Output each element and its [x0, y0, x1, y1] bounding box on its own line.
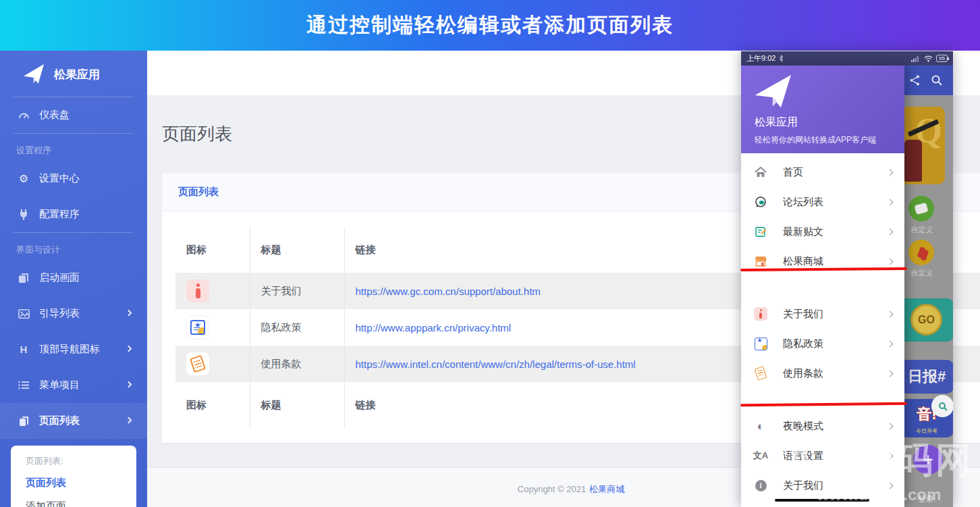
- sidebar-item-dashboard[interactable]: 仪表盘: [0, 97, 147, 133]
- gears-icon: ⚙: [16, 174, 31, 184]
- sidebar-item-guide-list[interactable]: 引导列表: [0, 296, 147, 331]
- drawer-item-language[interactable]: 文A 语言设置: [741, 441, 904, 471]
- drawer-item-about-us[interactable]: 关于我们: [741, 299, 904, 329]
- paper-plane-icon: [755, 75, 904, 109]
- col-footer-title: 标题: [250, 382, 344, 428]
- drawer-item-home[interactable]: 首页: [741, 157, 904, 187]
- about-us-icon: [186, 279, 209, 302]
- battery-icon: 95: [936, 55, 948, 62]
- page-root: 通过控制端轻松编辑或者添加页面列表 松果应用 仪表盘 设置程序 ⚙ 设置中心 配: [0, 0, 980, 507]
- sidebar-logo[interactable]: 松果应用: [0, 51, 147, 97]
- drawer-item-privacy-policy[interactable]: 隐私政策: [741, 329, 904, 358]
- sidebar-item-label: 设置中心: [39, 172, 80, 185]
- sidebar-section-ui-design: 界面与设计: [0, 233, 147, 260]
- phone-app-background: Q 自定义 自定义 GO 日报# 音! 今日开考 + 登录: [904, 65, 953, 507]
- sidebar-submenu: 页面列表: 页面列表 添加页面: [11, 446, 136, 507]
- footer-link[interactable]: 松果商城: [589, 483, 624, 496]
- col-header-title: 标题: [250, 227, 344, 273]
- status-time: 上午9:02: [746, 53, 775, 63]
- drawer-item-about-bottom[interactable]: i 关于我们: [741, 471, 904, 500]
- page-banner: 通过控制端轻松编辑或者添加页面列表: [0, 0, 980, 51]
- phone-status-bar: 上午9:02 95: [741, 51, 953, 65]
- icon-cell: ★: [175, 309, 250, 346]
- sidebar-item-label: 页面列表: [39, 415, 80, 427]
- sidebar-item-menu-items[interactable]: 菜单项目: [0, 367, 147, 403]
- chevron-right-icon: [887, 228, 894, 235]
- chevron-right-icon: [887, 258, 894, 265]
- copyright-text: Copyright © 2021: [518, 484, 586, 494]
- icon-cell: [175, 273, 250, 309]
- sidebar-item-configure[interactable]: 配置程序: [0, 196, 147, 232]
- shop-icon: [751, 256, 771, 267]
- drawer-header: 松果应用 轻松将你的网站转换成APP客户端: [741, 65, 904, 153]
- custom-label: 自定义: [904, 225, 940, 235]
- exam-note: 今日开考: [904, 427, 953, 435]
- drawer-item-pinecone-mall[interactable]: 松果商城: [741, 246, 904, 276]
- drawer-item-forum-list[interactable]: 论坛列表: [741, 187, 904, 217]
- forum-icon: [751, 196, 771, 208]
- submenu-item-add-page[interactable]: 添加页面: [26, 500, 136, 507]
- post-edit-icon: [751, 226, 771, 238]
- chevron-right-icon: [887, 423, 894, 429]
- drawer-section-gap: [741, 388, 904, 411]
- guide-list-icon: [16, 309, 31, 319]
- title-cell: 使用条款: [250, 346, 344, 382]
- chevron-right-icon: [887, 311, 894, 317]
- home-indicator: [775, 499, 869, 502]
- page-link[interactable]: https://www.intel.cn/content/www/cn/zh/l…: [356, 358, 636, 370]
- drawer-tagline: 轻松将你的网站转换成APP客户端: [755, 134, 904, 146]
- share-icon[interactable]: [910, 75, 920, 86]
- sidebar-item-splash-screen[interactable]: 启动画面: [0, 260, 147, 296]
- add-fab-button[interactable]: +: [913, 445, 943, 475]
- sidebar-item-label: 菜单项目: [39, 379, 80, 392]
- home-icon: [751, 167, 771, 178]
- submenu-item-page-list[interactable]: 页面列表: [26, 477, 136, 489]
- icon-cell: [175, 346, 250, 382]
- heading-icon: H: [16, 344, 31, 355]
- sidebar-item-top-nav-icons[interactable]: H 顶部导航图标: [0, 331, 147, 367]
- submenu-label: 页面列表:: [26, 455, 136, 467]
- chevron-right-icon: [126, 310, 132, 317]
- sidebar-item-label: 顶部导航图标: [39, 343, 100, 356]
- col-header-icon: 图标: [175, 227, 250, 273]
- privacy-policy-icon: ★: [186, 316, 209, 339]
- drawer-item-night-mode[interactable]: ◐ 夜晚模式: [741, 411, 904, 441]
- bluetooth-icon: [779, 55, 784, 62]
- page-link[interactable]: http://www.apppark.cn/privacy.html: [356, 322, 512, 333]
- plug-icon: [16, 209, 31, 220]
- search-icon[interactable]: [931, 74, 943, 86]
- splash-screen-icon: [16, 273, 31, 284]
- title-cell: 隐私政策: [250, 309, 344, 346]
- chevron-right-icon: [126, 381, 132, 388]
- about-us-icon: [751, 307, 771, 321]
- wifi-icon: [924, 55, 933, 62]
- language-icon: 文A: [751, 450, 771, 462]
- chevron-right-icon: [887, 198, 894, 205]
- pages-icon: [16, 416, 31, 427]
- custom-app-icon-yellow[interactable]: [908, 240, 934, 265]
- chevron-right-icon: [887, 370, 894, 377]
- sidebar-item-label: 配置程序: [39, 208, 80, 221]
- chevron-right-icon: [126, 346, 132, 352]
- signal-icon: [911, 55, 921, 62]
- search-bubble-icon[interactable]: [931, 395, 953, 417]
- banner-title: 通过控制端轻松编辑或者添加页面列表: [306, 11, 674, 39]
- chevron-right-icon: [887, 169, 894, 176]
- custom-app-icon-green[interactable]: [908, 196, 934, 221]
- sidebar: 松果应用 仪表盘 设置程序 ⚙ 设置中心 配置程序 界面与设计 启动画: [0, 51, 147, 507]
- sidebar-item-settings-center[interactable]: ⚙ 设置中心: [0, 161, 147, 196]
- login-label[interactable]: 登录: [907, 493, 945, 505]
- col-footer-icon: 图标: [175, 382, 250, 428]
- page-link[interactable]: https://www.gc.com.cn/support/about.htm: [356, 286, 541, 297]
- drawer-item-terms[interactable]: 使用条款: [741, 358, 904, 388]
- title-cell: 关于我们: [250, 273, 344, 309]
- go-badge: GO: [910, 304, 942, 336]
- sidebar-item-page-list[interactable]: 页面列表: [0, 403, 147, 439]
- night-mode-icon: ◐: [751, 421, 771, 432]
- drawer-section-gap: [741, 276, 904, 299]
- drawer-item-latest-posts[interactable]: 最新贴文: [741, 217, 904, 246]
- go-badge-card: GO: [904, 298, 953, 342]
- info-icon: i: [751, 480, 771, 491]
- phone-preview: 上午9:02 95: [741, 51, 953, 507]
- chevron-right-icon: [887, 482, 894, 489]
